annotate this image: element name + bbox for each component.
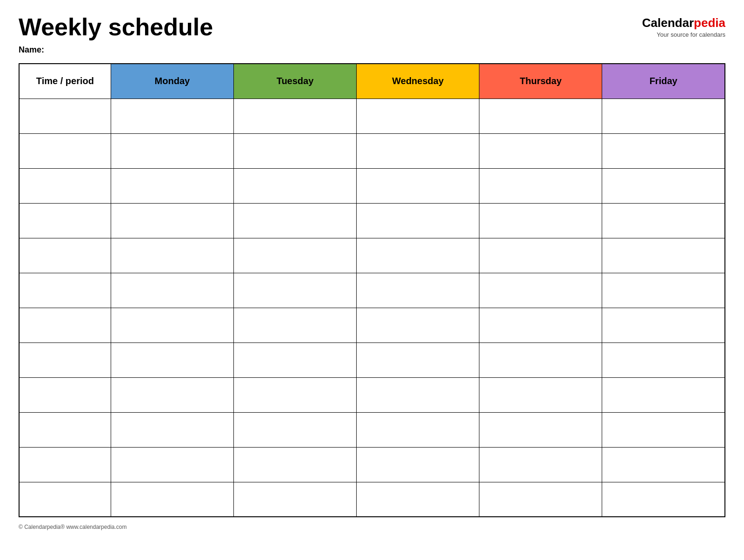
table-cell[interactable] — [602, 168, 725, 203]
table-cell[interactable] — [479, 308, 602, 343]
table-cell[interactable] — [111, 343, 233, 377]
table-cell[interactable] — [19, 99, 111, 133]
col-header-time: Time / period — [19, 64, 111, 99]
logo-tagline: Your source for calendars — [642, 31, 725, 38]
table-row — [19, 412, 725, 447]
table-cell[interactable] — [357, 412, 479, 447]
table-cell[interactable] — [602, 203, 725, 238]
table-cell[interactable] — [357, 482, 479, 517]
table-cell[interactable] — [19, 308, 111, 343]
table-cell[interactable] — [357, 343, 479, 377]
table-cell[interactable] — [19, 133, 111, 168]
table-row — [19, 377, 725, 412]
table-row — [19, 168, 725, 203]
table-cell[interactable] — [111, 238, 233, 273]
table-cell[interactable] — [233, 412, 356, 447]
table-cell[interactable] — [233, 133, 356, 168]
table-cell[interactable] — [19, 238, 111, 273]
table-cell[interactable] — [111, 377, 233, 412]
table-row — [19, 273, 725, 308]
header-row: Time / period Monday Tuesday Wednesday T… — [19, 64, 725, 99]
table-cell[interactable] — [19, 412, 111, 447]
logo-text: Calendarpedia — [642, 16, 725, 30]
table-cell[interactable] — [19, 168, 111, 203]
table-cell[interactable] — [111, 168, 233, 203]
table-cell[interactable] — [357, 238, 479, 273]
table-cell[interactable] — [111, 133, 233, 168]
header: Weekly schedule Calendarpedia Your sourc… — [19, 14, 725, 40]
col-header-wednesday: Wednesday — [357, 64, 479, 99]
table-row — [19, 447, 725, 482]
table-cell[interactable] — [357, 99, 479, 133]
table-cell[interactable] — [479, 273, 602, 308]
table-cell[interactable] — [233, 203, 356, 238]
col-header-thursday: Thursday — [479, 64, 602, 99]
table-cell[interactable] — [602, 447, 725, 482]
table-cell[interactable] — [233, 482, 356, 517]
table-cell[interactable] — [111, 308, 233, 343]
table-row — [19, 133, 725, 168]
table-cell[interactable] — [111, 482, 233, 517]
table-cell[interactable] — [19, 203, 111, 238]
col-header-friday: Friday — [602, 64, 725, 99]
col-header-monday: Monday — [111, 64, 233, 99]
table-cell[interactable] — [233, 238, 356, 273]
page-title: Weekly schedule — [19, 14, 213, 40]
table-cell[interactable] — [19, 273, 111, 308]
table-cell[interactable] — [602, 308, 725, 343]
schedule-body — [19, 99, 725, 517]
table-cell[interactable] — [357, 308, 479, 343]
table-cell[interactable] — [19, 447, 111, 482]
table-cell[interactable] — [602, 273, 725, 308]
table-cell[interactable] — [233, 273, 356, 308]
table-cell[interactable] — [479, 133, 602, 168]
name-label: Name: — [19, 45, 725, 55]
table-row — [19, 203, 725, 238]
table-cell[interactable] — [479, 168, 602, 203]
table-cell[interactable] — [19, 482, 111, 517]
table-cell[interactable] — [233, 308, 356, 343]
footer-text: © Calendarpedia® www.calendarpedia.com — [19, 524, 126, 530]
table-cell[interactable] — [233, 377, 356, 412]
table-row — [19, 482, 725, 517]
table-cell[interactable] — [357, 447, 479, 482]
table-cell[interactable] — [19, 343, 111, 377]
footer: © Calendarpedia® www.calendarpedia.com — [19, 524, 725, 530]
table-cell[interactable] — [111, 99, 233, 133]
table-cell[interactable] — [357, 203, 479, 238]
table-cell[interactable] — [479, 447, 602, 482]
table-cell[interactable] — [111, 273, 233, 308]
table-cell[interactable] — [233, 447, 356, 482]
table-row — [19, 238, 725, 273]
table-cell[interactable] — [479, 377, 602, 412]
table-cell[interactable] — [479, 412, 602, 447]
table-cell[interactable] — [602, 412, 725, 447]
table-cell[interactable] — [357, 273, 479, 308]
table-cell[interactable] — [479, 99, 602, 133]
table-cell[interactable] — [233, 99, 356, 133]
table-cell[interactable] — [111, 447, 233, 482]
table-cell[interactable] — [602, 99, 725, 133]
table-cell[interactable] — [602, 377, 725, 412]
table-cell[interactable] — [479, 203, 602, 238]
table-cell[interactable] — [357, 133, 479, 168]
table-cell[interactable] — [357, 377, 479, 412]
table-cell[interactable] — [479, 238, 602, 273]
table-cell[interactable] — [357, 168, 479, 203]
table-row — [19, 99, 725, 133]
table-row — [19, 308, 725, 343]
logo-pedia: pedia — [694, 16, 725, 30]
table-cell[interactable] — [233, 343, 356, 377]
table-cell[interactable] — [602, 238, 725, 273]
table-cell[interactable] — [111, 412, 233, 447]
table-cell[interactable] — [479, 482, 602, 517]
logo: Calendarpedia Your source for calendars — [642, 14, 725, 38]
table-cell[interactable] — [111, 203, 233, 238]
col-header-tuesday: Tuesday — [233, 64, 356, 99]
table-cell[interactable] — [602, 133, 725, 168]
table-cell[interactable] — [19, 377, 111, 412]
table-cell[interactable] — [479, 343, 602, 377]
table-cell[interactable] — [602, 482, 725, 517]
table-cell[interactable] — [233, 168, 356, 203]
table-cell[interactable] — [602, 343, 725, 377]
